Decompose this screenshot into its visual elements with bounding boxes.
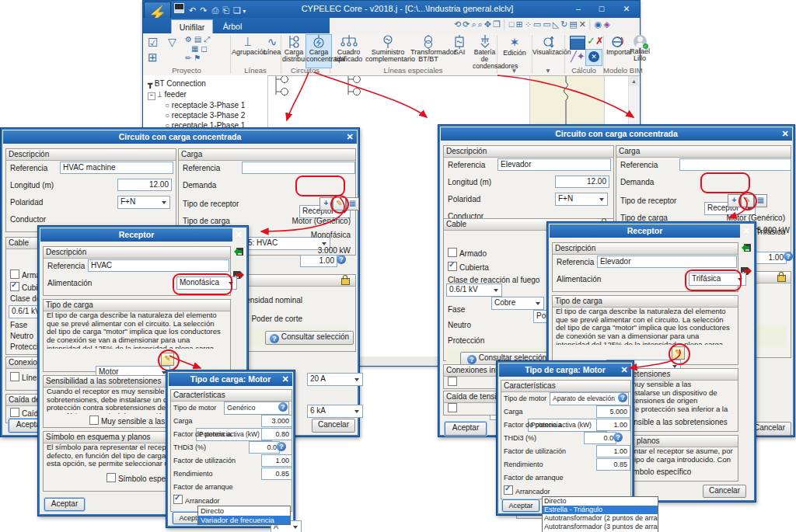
dropdown-option[interactable]: Variador de frecuencia [198,516,290,525]
quick-access-caret-icon[interactable]: ▾ [241,8,246,15]
add-receptor-icon[interactable]: + [728,194,741,207]
zoom-all-icon[interactable]: ⌕ [471,19,477,29]
referencia-input[interactable]: HVAC [88,259,229,272]
filter-icon[interactable]: ▽ [168,36,176,48]
bar2-icon[interactable]: ▭ [543,19,552,29]
arrancador-dropdown[interactable]: DirectoEstrella - TriánguloAutotransform… [542,496,658,532]
ribbon-button-transformador[interactable]: Transformador BT/BT [410,35,446,66]
add-receptor-icon[interactable]: + [319,197,333,210]
ribbon-button-bateria[interactable]: Batería de condensadores [473,35,497,66]
plot-icon[interactable]: ⎗ [222,5,229,15]
zoom-window-icon[interactable]: ⟳ [463,19,471,29]
tree-item-receptacle-3p2[interactable]: ○ receptacle 3-Phase 2 [165,111,245,120]
polaridad-select[interactable]: F+N [555,193,608,206]
docs-icon[interactable]: ◈ [603,19,611,29]
arrancador-checkbox[interactable]: Arrancador [173,495,219,505]
ribbon-button-carga-concentrada[interactable]: Carga concentrada [305,34,332,68]
alimentacion-select[interactable]: Monofásica [176,276,237,290]
arrancador-checkbox[interactable]: Arrancador [504,485,550,495]
fp-input[interactable]: 0.80 [261,428,292,440]
referencia-input[interactable]: Elevador [597,256,737,268]
web-icon[interactable]: ◉ [595,19,604,29]
alimentacion-select[interactable]: Trifásica [689,273,746,286]
save-icon[interactable] [174,3,184,13]
print-icon[interactable]: ⎙ [211,5,218,15]
grid-icon[interactable]: ⊞ [515,19,524,29]
ribbon-button-linea[interactable]: ∿ Línea [263,35,281,66]
coeficiente-help-icon[interactable] [337,255,346,264]
calc-sheet-icon[interactable]: ⊞ [148,50,158,64]
close-icon[interactable]: ✕ [278,373,292,386]
tree-expander-icon[interactable]: − [148,92,155,100]
intensidad-select[interactable]: 20 A [307,373,363,386]
dropdown-option[interactable]: Autotransformador (3 puntos de arranque) [543,523,658,531]
import-icon[interactable] [232,246,244,257]
import-icon[interactable] [740,242,752,253]
fu-input[interactable]: 1.00 [261,454,292,467]
fu-input[interactable]: 1.00 [596,445,630,457]
cancelar-button[interactable]: Cancelar [703,485,746,498]
edit-tools-icon[interactable]: ✏ ⚑ [185,54,201,62]
delete-icon[interactable]: ✕ [579,19,588,29]
coeficiente-input[interactable]: 1.00 [752,252,787,264]
dropdown-option[interactable]: Autotransformador (2 puntos de arranque) [543,514,658,523]
project-config-icon[interactable]: ☑ [148,36,158,50]
receptor-table-icon[interactable]: ▦ [754,194,767,207]
ribbon-button-agrupacion[interactable]: ⟘ Agrupación [232,35,264,66]
wizard-icon[interactable]: ╱✦ [571,50,585,62]
dropdown-option[interactable]: Directo [198,506,290,516]
aceptar-button[interactable]: Aceptar [44,498,85,511]
ribbon-button-visualizacion[interactable]: Visualización [532,35,564,66]
poder-corte-select[interactable]: 6 kA [307,405,363,418]
thd-input[interactable]: 0.0 [584,432,616,444]
thd-help-icon[interactable] [613,433,623,442]
user-avatar[interactable]: ✓ Rafael Lillo [628,35,651,66]
close-icon[interactable]: ✕ [617,363,631,377]
caida-checkbox[interactable] [448,403,457,413]
material-select[interactable]: Cobre [491,297,544,310]
close-icon[interactable]: ✕ [232,228,246,242]
check-results-icon[interactable]: ✓✗ [587,35,604,47]
ribbon-button-cuadro-tipificado[interactable]: Cuadro tipificado [332,35,365,66]
tree-item-feeder[interactable]: − ⟘ feeder [148,90,187,100]
cubierta-checkbox[interactable]: Cubierta [448,262,489,272]
rotate-icon[interactable]: ↻ [560,19,569,29]
dropdown-option[interactable]: Estrella - Triángulo [543,506,658,514]
edit-receptor-icon[interactable]: ✎ [741,194,754,207]
scroll-up-icon[interactable]: ▲ [629,76,639,86]
close-icon[interactable]: ✕ [778,127,792,141]
tipo-motor-select[interactable]: Aparato de elevación [550,392,629,405]
consultar-button[interactable]: Consultar selección [265,331,354,345]
carga-referencia-input[interactable] [679,158,791,171]
close-icon[interactable]: ✕ [739,224,753,238]
aceptar-button[interactable]: Aceptar [502,499,539,512]
tipo-motor-help-icon[interactable] [278,402,288,412]
bar-icon[interactable]: ▭ [533,19,543,29]
armado-checkbox[interactable]: Armado [448,248,487,258]
carga-input[interactable]: 5.000 [596,405,630,418]
rendimiento-input[interactable]: 0.85 [596,458,630,471]
export-icon[interactable]: ❏ [233,5,241,15]
ribbon-button-suministro[interactable]: Suministro complementario [365,35,410,66]
thd-help-icon[interactable] [277,442,286,451]
referencia-input[interactable]: HVAC machine [60,162,173,174]
ortho-icon[interactable]: ◺ [553,19,560,29]
tab-unifilar[interactable]: Unifilar [171,19,213,34]
carga-referencia-input[interactable] [242,162,355,174]
close-button[interactable]: ✕ [614,1,639,17]
edit-receptor-icon[interactable]: ✎ [333,197,346,210]
receptor-table-icon[interactable]: ▦ [346,197,359,210]
redo-icon[interactable]: ↷ [200,5,207,15]
thd-input[interactable]: 0.0 [249,441,280,454]
minimize-button[interactable]: – [567,1,590,17]
dropdown-option[interactable]: Directo [543,497,658,506]
ribbon-button-sai[interactable]: SAI [446,35,473,66]
snap-icon[interactable]: ⁘ [525,19,533,29]
rendimiento-input[interactable]: 0.85 [261,468,292,480]
carga-input[interactable]: 3.000 [261,415,292,427]
edit-motor-icon[interactable]: ✎ [672,346,685,360]
aceptar-button[interactable]: Aceptar [445,422,487,436]
coeficiente-help-icon[interactable] [784,252,793,261]
tree-item-bt-connection[interactable]: ┳ BT Connection [148,79,206,88]
pan-icon[interactable]: ✥ [484,19,493,29]
